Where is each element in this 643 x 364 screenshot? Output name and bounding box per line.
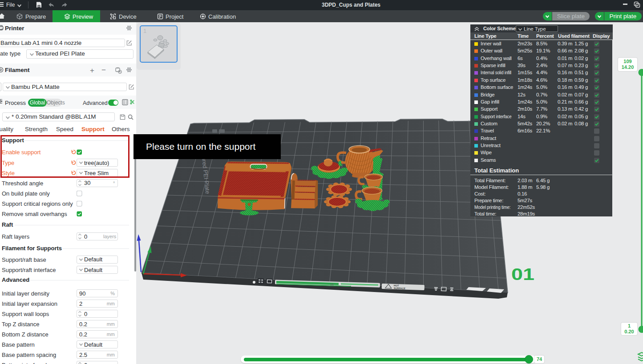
svg-text:SURFACE: SURFACE [394,287,406,290]
svg-text:16: 16 [330,283,334,286]
svg-text:01: 01 [511,265,534,284]
